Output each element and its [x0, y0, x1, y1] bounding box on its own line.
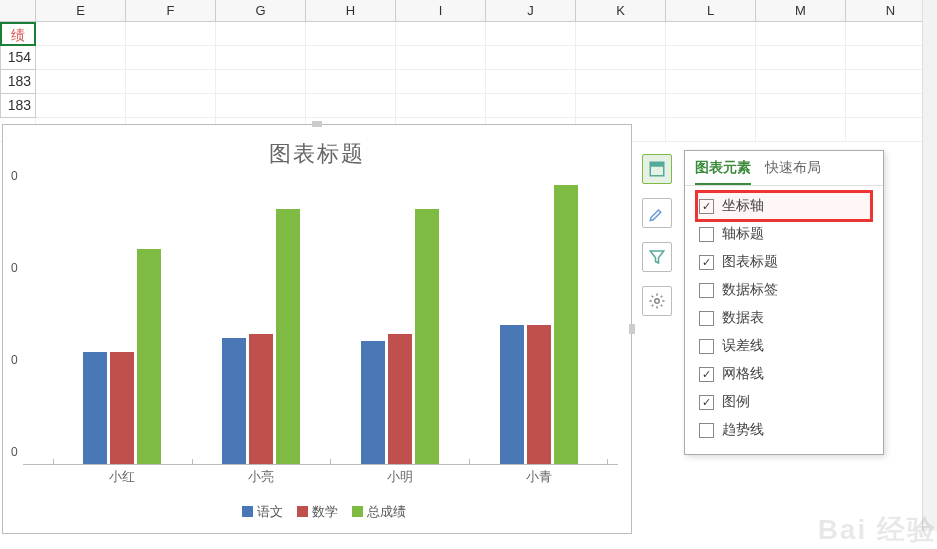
watermark: Bai 经验: [818, 511, 937, 549]
checkbox-icon[interactable]: [699, 227, 714, 242]
checkbox-icon[interactable]: [699, 423, 714, 438]
cell[interactable]: 183: [0, 94, 36, 118]
option-网格线[interactable]: ✓网格线: [697, 360, 871, 388]
bar-数学[interactable]: [110, 352, 134, 464]
bar-group[interactable]: 小亮: [192, 185, 331, 464]
legend-label[interactable]: 总成绩: [367, 504, 406, 519]
grid-icon: [648, 160, 666, 178]
y-tick: 0: [11, 169, 18, 183]
selected-cell[interactable]: 绩: [0, 22, 36, 46]
bar-数学[interactable]: [388, 334, 412, 464]
tab-图表元素[interactable]: 图表元素: [695, 159, 751, 185]
chart-elements-popup: 图表元素快速布局 ✓坐标轴轴标题✓图表标题数据标签数据表误差线✓网格线✓图例趋势…: [684, 150, 884, 455]
svg-rect-1: [650, 162, 664, 167]
cell[interactable]: 154: [0, 46, 36, 70]
bar-group[interactable]: 小红: [53, 185, 192, 464]
option-label: 数据标签: [722, 281, 778, 299]
legend-label[interactable]: 语文: [257, 504, 283, 519]
bar-group[interactable]: 小青: [469, 185, 608, 464]
data-column[interactable]: 154183183: [0, 46, 36, 118]
plot-area[interactable]: 0000 小红小亮小明小青: [23, 185, 618, 465]
brush-icon: [648, 204, 666, 222]
checkbox-icon[interactable]: [699, 311, 714, 326]
popup-list: ✓坐标轴轴标题✓图表标题数据标签数据表误差线✓网格线✓图例趋势线: [685, 186, 883, 454]
col-header-F[interactable]: F: [126, 0, 216, 21]
spreadsheet-grid[interactable]: EFGHIJKLMN 绩 154183183: [0, 0, 937, 130]
funnel-icon: [648, 248, 666, 266]
bar-总成绩[interactable]: [137, 249, 161, 464]
styles-button[interactable]: [642, 198, 672, 228]
option-图表标题[interactable]: ✓图表标题: [697, 248, 871, 276]
bar-总成绩[interactable]: [276, 209, 300, 464]
col-header-I[interactable]: I: [396, 0, 486, 21]
bar-group[interactable]: 小明: [331, 185, 470, 464]
option-图例[interactable]: ✓图例: [697, 388, 871, 416]
resize-handle-top[interactable]: [312, 121, 322, 127]
col-header-E[interactable]: E: [36, 0, 126, 21]
bar-总成绩[interactable]: [415, 209, 439, 464]
option-label: 数据表: [722, 309, 764, 327]
bar-数学[interactable]: [527, 325, 551, 465]
col-header-J[interactable]: J: [486, 0, 576, 21]
chart-object[interactable]: 图表标题 0000 小红小亮小明小青 语文数学总成绩: [2, 124, 632, 534]
checkbox-icon[interactable]: ✓: [699, 199, 714, 214]
option-误差线[interactable]: 误差线: [697, 332, 871, 360]
y-tick: 0: [11, 261, 18, 275]
svg-point-2: [655, 299, 660, 304]
col-header-L[interactable]: L: [666, 0, 756, 21]
vertical-scrollbar[interactable]: [922, 0, 937, 531]
category-label: 小红: [53, 468, 192, 486]
bar-语文[interactable]: [500, 325, 524, 465]
option-label: 误差线: [722, 337, 764, 355]
checkbox-icon[interactable]: ✓: [699, 395, 714, 410]
chart-side-buttons: [642, 154, 672, 330]
checkbox-icon[interactable]: ✓: [699, 255, 714, 270]
chart-title[interactable]: 图表标题: [3, 139, 631, 169]
y-tick: 0: [11, 353, 18, 367]
checkbox-icon[interactable]: [699, 339, 714, 354]
option-坐标轴[interactable]: ✓坐标轴: [697, 192, 871, 220]
col-header-[interactable]: [0, 0, 36, 21]
legend-swatch: [297, 506, 308, 517]
option-数据表[interactable]: 数据表: [697, 304, 871, 332]
popup-tabs: 图表元素快速布局: [685, 151, 883, 186]
col-header-K[interactable]: K: [576, 0, 666, 21]
settings-button[interactable]: [642, 286, 672, 316]
filter-button[interactable]: [642, 242, 672, 272]
bar-语文[interactable]: [361, 341, 385, 464]
col-header-M[interactable]: M: [756, 0, 846, 21]
bar-总成绩[interactable]: [554, 185, 578, 464]
checkbox-icon[interactable]: ✓: [699, 367, 714, 382]
bar-语文[interactable]: [83, 352, 107, 464]
gear-icon: [648, 292, 666, 310]
elements-button[interactable]: [642, 154, 672, 184]
bar-数学[interactable]: [249, 334, 273, 464]
category-label: 小青: [469, 468, 608, 486]
category-label: 小明: [331, 468, 470, 486]
option-label: 图例: [722, 393, 750, 411]
option-label: 网格线: [722, 365, 764, 383]
col-header-G[interactable]: G: [216, 0, 306, 21]
option-label: 图表标题: [722, 253, 778, 271]
col-header-H[interactable]: H: [306, 0, 396, 21]
legend-swatch: [352, 506, 363, 517]
category-label: 小亮: [192, 468, 331, 486]
tab-快速布局[interactable]: 快速布局: [765, 159, 821, 185]
column-headers: EFGHIJKLMN: [0, 0, 937, 22]
resize-handle-right[interactable]: [629, 324, 635, 334]
y-tick: 0: [11, 445, 18, 459]
bar-语文[interactable]: [222, 338, 246, 464]
cell[interactable]: 183: [0, 70, 36, 94]
option-轴标题[interactable]: 轴标题: [697, 220, 871, 248]
legend-label[interactable]: 数学: [312, 504, 338, 519]
checkbox-icon[interactable]: [699, 283, 714, 298]
option-数据标签[interactable]: 数据标签: [697, 276, 871, 304]
chart-legend[interactable]: 语文数学总成绩: [3, 503, 631, 521]
option-趋势线[interactable]: 趋势线: [697, 416, 871, 444]
option-label: 坐标轴: [722, 197, 764, 215]
legend-swatch: [242, 506, 253, 517]
option-label: 轴标题: [722, 225, 764, 243]
option-label: 趋势线: [722, 421, 764, 439]
